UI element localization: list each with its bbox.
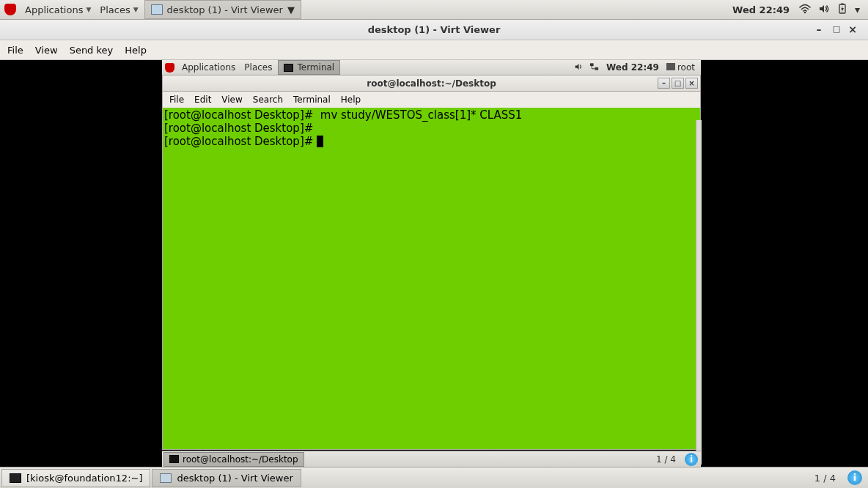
virtviewer-title: desktop (1) - Virt Viewer xyxy=(368,24,501,35)
user-menu[interactable]: root xyxy=(663,62,698,73)
svg-point-0 xyxy=(804,11,806,13)
terminal-line: [root@localhost Desktop]# xyxy=(164,122,317,135)
host-top-panel: Applications▼ Places▼ desktop (1) - Virt… xyxy=(0,0,868,20)
host-applications-menu[interactable]: Applications▼ xyxy=(21,4,95,15)
term-menu-view[interactable]: View xyxy=(216,93,247,106)
guest-clock[interactable]: Wed 22:49 xyxy=(602,62,663,73)
term-menu-edit[interactable]: Edit xyxy=(189,93,216,106)
host-places-menu[interactable]: Places▼ xyxy=(95,4,142,15)
terminal-cursor xyxy=(317,136,323,147)
svg-rect-4 xyxy=(595,67,598,70)
terminal-body[interactable]: [root@localhost Desktop]# mv study/WESTO… xyxy=(162,108,701,450)
host-task-kiosk-terminal[interactable]: [kiosk@foundation12:~] xyxy=(1,469,150,487)
guest-taskbar-terminal[interactable]: root@localhost:~/Desktop xyxy=(163,452,304,467)
guest-top-panel: Applications Places Terminal Wed 22:49 r… xyxy=(162,60,701,75)
wifi-icon[interactable] xyxy=(795,4,814,16)
term-menu-file[interactable]: File xyxy=(164,93,189,106)
guest-workspace-pager[interactable]: 1 / 4 xyxy=(650,454,682,465)
guest-display[interactable]: Applications Places Terminal Wed 22:49 r… xyxy=(0,60,868,467)
caret-down-icon[interactable]: ▾ xyxy=(851,4,864,15)
guest-bottom-panel: root@localhost:~/Desktop 1 / 4 i xyxy=(162,451,701,467)
minimize-button[interactable]: – xyxy=(814,24,824,34)
window-icon xyxy=(151,4,163,15)
maximize-button[interactable]: □ xyxy=(831,24,842,34)
terminal-line: [root@localhost Desktop]# xyxy=(164,135,317,148)
info-icon[interactable]: i xyxy=(685,453,698,466)
volume-icon[interactable] xyxy=(814,4,834,16)
svg-rect-2 xyxy=(841,3,843,4)
host-workspace-pager[interactable]: 1 / 4 xyxy=(807,473,843,484)
terminal-titlebar[interactable]: root@localhost:~/Desktop – □ × xyxy=(162,75,701,92)
redhat-icon xyxy=(4,4,16,15)
terminal-scrollbar[interactable] xyxy=(696,120,702,465)
terminal-icon xyxy=(169,455,179,463)
term-menu-search[interactable]: Search xyxy=(248,93,288,106)
vv-menu-file[interactable]: File xyxy=(1,42,29,58)
host-clock[interactable]: Wed 22:49 xyxy=(727,4,795,15)
terminal-menubar: File Edit View Search Terminal Help xyxy=(162,92,701,108)
host-task-virtviewer[interactable]: desktop (1) - Virt Viewer▼ xyxy=(144,0,301,19)
user-icon xyxy=(666,63,675,70)
guest-task-terminal[interactable]: Terminal xyxy=(278,60,340,75)
vv-menu-help[interactable]: Help xyxy=(119,42,152,58)
network-icon[interactable] xyxy=(586,62,602,73)
battery-icon[interactable] xyxy=(834,3,851,17)
guest-places-menu[interactable]: Places xyxy=(240,62,276,73)
terminal-title: root@localhost:~/Desktop xyxy=(367,78,496,89)
term-menu-terminal[interactable]: Terminal xyxy=(288,93,336,106)
terminal-icon xyxy=(284,64,293,72)
terminal-close-button[interactable]: × xyxy=(685,78,698,89)
host-bottom-panel: [kiosk@foundation12:~] desktop (1) - Vir… xyxy=(0,467,868,488)
terminal-minimize-button[interactable]: – xyxy=(658,78,670,89)
vv-menu-sendkey[interactable]: Send key xyxy=(64,42,119,58)
close-button[interactable]: × xyxy=(847,24,858,34)
virtviewer-titlebar: desktop (1) - Virt Viewer – □ × xyxy=(0,20,868,40)
info-icon[interactable]: i xyxy=(847,470,862,485)
terminal-icon xyxy=(10,473,21,483)
volume-icon[interactable] xyxy=(571,62,586,73)
term-menu-help[interactable]: Help xyxy=(336,93,366,106)
vv-menu-view[interactable]: View xyxy=(29,42,64,58)
terminal-line: [root@localhost Desktop]# mv study/WESTO… xyxy=(164,108,522,122)
redhat-icon xyxy=(165,63,174,73)
terminal-maximize-button[interactable]: □ xyxy=(672,78,684,89)
host-task-virtviewer[interactable]: desktop (1) - Virt Viewer xyxy=(152,469,301,487)
window-icon xyxy=(160,473,172,483)
terminal-window: root@localhost:~/Desktop – □ × File Edit… xyxy=(162,75,701,450)
svg-rect-3 xyxy=(590,63,594,66)
guest-applications-menu[interactable]: Applications xyxy=(177,62,240,73)
virtviewer-menubar: File View Send key Help xyxy=(0,40,868,60)
